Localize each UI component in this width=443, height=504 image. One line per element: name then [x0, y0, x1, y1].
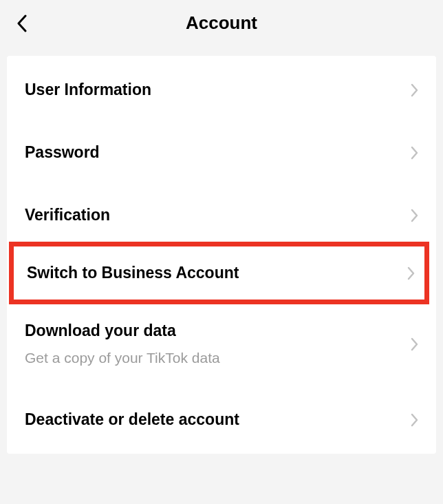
header: Account [0, 0, 443, 56]
list-item-switch-business[interactable]: Switch to Business Account [9, 242, 429, 304]
list-item-text: Verification [25, 206, 411, 224]
list-item-text: User Information [25, 81, 411, 99]
list-item-text: Deactivate or delete account [25, 410, 411, 429]
list-item-label: User Information [25, 81, 151, 98]
list-item-sublabel: Get a copy of your TikTok data [25, 350, 411, 366]
list-item-label: Deactivate or delete account [25, 410, 239, 428]
chevron-right-icon [411, 83, 418, 97]
list-item-text: Password [25, 143, 411, 162]
list-item-label: Verification [25, 206, 110, 224]
chevron-right-icon [411, 337, 418, 351]
back-button[interactable] [17, 14, 27, 32]
list-item-text: Switch to Business Account [27, 264, 407, 282]
list-item-user-information[interactable]: User Information [7, 59, 436, 121]
chevron-left-icon [17, 14, 27, 32]
list-item-deactivate[interactable]: Deactivate or delete account [7, 388, 436, 451]
list-item-label: Password [25, 143, 100, 161]
chevron-right-icon [411, 146, 418, 160]
list-item-label: Switch to Business Account [27, 264, 239, 282]
list-item-download-data[interactable]: Download your data Get a copy of your Ti… [7, 300, 436, 388]
list-item-text: Download your data Get a copy of your Ti… [25, 322, 411, 366]
settings-card: User Information Password Verification S… [7, 56, 436, 454]
chevron-right-icon [407, 266, 415, 280]
list-item-label: Download your data [25, 322, 176, 339]
chevron-right-icon [411, 413, 418, 427]
list-item-verification[interactable]: Verification [7, 184, 436, 246]
chevron-right-icon [411, 209, 418, 222]
list-item-password[interactable]: Password [7, 121, 436, 184]
page-title: Account [17, 12, 426, 34]
